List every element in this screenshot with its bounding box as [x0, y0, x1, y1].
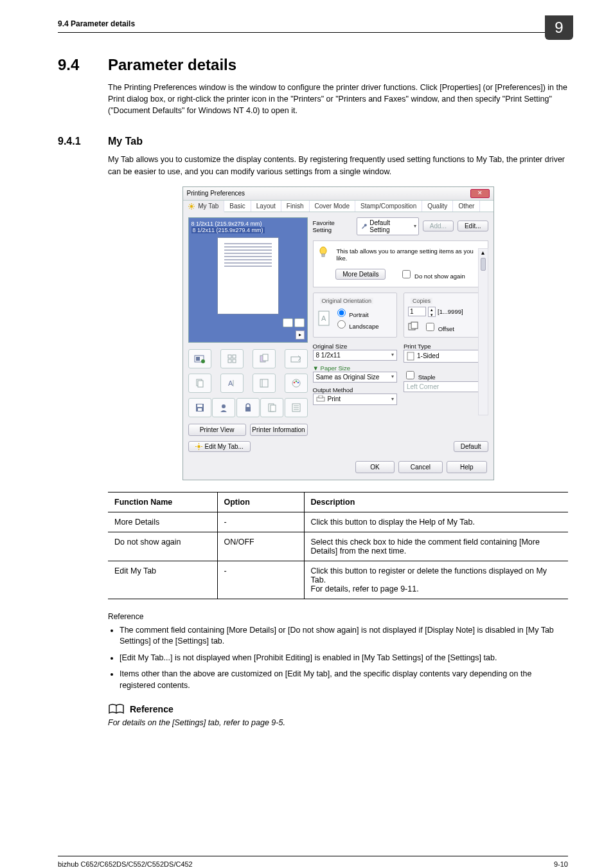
printer-view-button[interactable]: Printer View [188, 424, 246, 436]
tab-strip: My Tab Basic Layout Finish Cover Mode St… [183, 201, 493, 212]
th-description: Description [304, 492, 568, 512]
bulb-icon [319, 246, 328, 258]
dialog-figure: Printing Preferences ✕ My Tab Basic Layo… [108, 186, 568, 480]
svg-point-38 [320, 247, 326, 255]
shortcut-font-icon[interactable]: A [220, 374, 244, 393]
cell-opt: - [217, 561, 304, 599]
svg-point-11 [201, 359, 205, 363]
cell-desc: Select this check box to hide the commen… [304, 532, 568, 561]
tab-my-tab[interactable]: My Tab [183, 201, 225, 212]
more-details-button[interactable]: More Details [335, 269, 386, 280]
tab-quality[interactable]: Quality [422, 201, 453, 212]
landscape-input[interactable] [337, 320, 346, 329]
shortcut-user-icon[interactable] [212, 398, 235, 417]
svg-point-26 [297, 382, 299, 384]
tab-cover-mode[interactable]: Cover Mode [310, 201, 355, 212]
preview-sheet [217, 237, 279, 314]
svg-point-30 [222, 404, 226, 408]
reference-subhead: Reference [108, 612, 568, 621]
original-size-label: Original Size [313, 343, 398, 350]
table-row: More Details - Click this button to disp… [108, 512, 568, 532]
svg-rect-20 [198, 381, 203, 387]
shortcut-grid-icon[interactable] [220, 349, 244, 368]
heading-number: 9.4 [58, 56, 108, 74]
printer-information-button[interactable]: Printer Information [250, 424, 308, 436]
shortcut-color-icon[interactable] [285, 374, 308, 393]
svg-rect-43 [411, 322, 418, 329]
svg-rect-17 [263, 354, 268, 361]
edit-button[interactable]: Edit... [458, 221, 488, 231]
subheading-number: 9.4.1 [58, 136, 108, 147]
ok-button[interactable]: OK [355, 461, 394, 473]
favorite-setting-combo[interactable]: Default Setting [357, 217, 419, 235]
tab-stamp[interactable]: Stamp/Composition [355, 201, 422, 212]
header-section-line: 9.4 Parameter details [58, 19, 568, 32]
shortcut-output-icon[interactable] [285, 349, 308, 368]
function-table: Function Name Option Description More De… [108, 492, 568, 599]
shortcut-doc2-icon[interactable] [260, 398, 283, 417]
svg-line-5 [189, 204, 190, 205]
tab-layout[interactable]: Layout [251, 201, 281, 212]
offset-checkbox[interactable]: Offset [423, 321, 454, 333]
shortcut-tray-icon[interactable] [188, 349, 211, 368]
do-not-show-checkbox[interactable]: Do not show again [400, 268, 465, 280]
offset-input[interactable] [426, 323, 434, 331]
paper-size-select[interactable]: Same as Original Size [313, 372, 398, 383]
title-bar: Printing Preferences ✕ [183, 187, 493, 201]
copies-title: Copies [411, 298, 432, 304]
edit-my-tab-button[interactable]: Edit My Tab... [188, 441, 251, 452]
tab-basic[interactable]: Basic [224, 201, 251, 212]
subheading-title: My Tab [108, 136, 143, 147]
original-size-select[interactable]: 8 1/2x11 [313, 350, 398, 361]
shortcut-list-icon[interactable] [285, 398, 308, 417]
copies-group: Copies ▴▾ [1...9999] Offset [404, 293, 488, 338]
shortcut-save-icon[interactable] [188, 398, 211, 417]
copies-spinner[interactable]: ▴▾ [1...9999] [408, 307, 463, 317]
tab-finish[interactable]: Finish [281, 201, 310, 212]
staple-corner-select[interactable]: Left Corner [404, 381, 488, 392]
cell-opt: - [217, 512, 304, 532]
printing-preferences-dialog: Printing Preferences ✕ My Tab Basic Layo… [182, 186, 494, 480]
svg-text:A: A [228, 379, 233, 387]
cancel-button[interactable]: Cancel [398, 461, 443, 473]
portrait-input[interactable] [337, 309, 346, 317]
reference-bullets: The comment field containing [More Detai… [108, 625, 568, 692]
portrait-radio[interactable]: Portrait [334, 311, 369, 318]
heading-9-4-1: 9.4.1 My Tab [58, 136, 568, 147]
landscape-radio[interactable]: Landscape [334, 323, 379, 330]
shortcut-stack-icon[interactable] [188, 374, 211, 393]
shortcut-copy-icon[interactable] [253, 349, 276, 368]
help-button[interactable]: Help [447, 461, 487, 473]
staple-input[interactable] [406, 371, 414, 379]
tab-other[interactable]: Other [453, 201, 480, 212]
cell-desc: Click this button to register or delete … [304, 561, 568, 599]
preview-toggle-icon[interactable]: ▸ [296, 330, 305, 339]
settings-column: Favorite Setting Default Setting Add... … [313, 217, 488, 436]
onesided-icon [407, 352, 414, 361]
svg-line-8 [189, 208, 190, 209]
spin-buttons[interactable]: ▴▾ [428, 307, 436, 317]
svg-rect-39 [322, 254, 324, 257]
svg-rect-10 [196, 357, 200, 361]
shortcut-margin-icon[interactable] [253, 374, 276, 393]
dialog-footer: Edit My Tab... Default [183, 441, 493, 457]
close-icon[interactable]: ✕ [470, 189, 490, 198]
add-button[interactable]: Add... [423, 221, 454, 231]
reference-label: Reference [130, 704, 173, 714]
list-item: The comment field containing [More Detai… [120, 625, 568, 647]
staple-checkbox[interactable]: Staple [404, 369, 488, 381]
svg-rect-29 [198, 408, 202, 411]
svg-rect-31 [245, 407, 251, 411]
do-not-show-label: Do not show again [414, 273, 465, 280]
default-button[interactable]: Default [454, 441, 488, 452]
output-method-select[interactable]: Print [313, 393, 398, 405]
printer-icon [316, 395, 325, 403]
shortcut-lock-icon[interactable] [236, 398, 260, 417]
do-not-show-input[interactable] [402, 270, 411, 278]
vertical-scrollbar[interactable]: ▴ [478, 248, 488, 415]
intro-paragraph: The Printing Preferences window is the w… [108, 82, 568, 116]
footer-page-number: 9-10 [554, 860, 568, 868]
copies-input[interactable] [408, 307, 426, 316]
print-type-select[interactable]: 1-Sided [404, 350, 488, 363]
paper-size-label: ▼ Paper Size [313, 365, 398, 372]
